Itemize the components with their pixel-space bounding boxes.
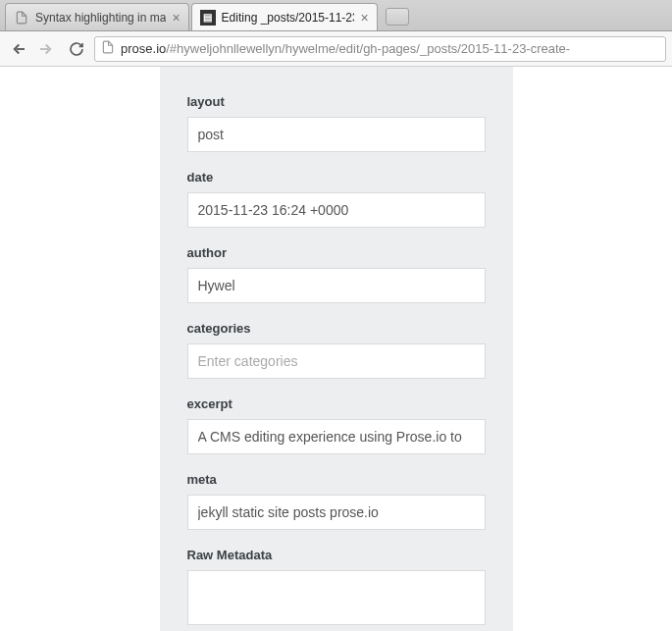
- field-meta: meta: [187, 472, 486, 530]
- label-meta: meta: [187, 472, 486, 487]
- prose-icon: ▤: [200, 10, 216, 26]
- input-date[interactable]: [187, 192, 486, 228]
- field-raw-metadata: Raw Metadata: [187, 548, 486, 629]
- input-categories[interactable]: [187, 343, 486, 379]
- field-layout: layout: [187, 94, 486, 152]
- field-author: author: [187, 245, 486, 303]
- input-author[interactable]: [187, 268, 486, 303]
- field-date: date: [187, 170, 486, 228]
- field-excerpt: excerpt: [187, 396, 486, 454]
- metadata-panel: layout date author categories excerpt me: [160, 67, 513, 631]
- close-icon[interactable]: ×: [172, 10, 180, 26]
- field-categories: categories: [187, 321, 486, 379]
- page-icon: [14, 10, 29, 26]
- label-raw-metadata: Raw Metadata: [187, 548, 486, 562]
- input-excerpt[interactable]: [187, 419, 486, 454]
- browser-tab-2[interactable]: ▤ Editing _posts/2015-11-23 ×: [191, 3, 378, 30]
- browser-tab-1[interactable]: Syntax highlighting in ma ×: [5, 3, 189, 30]
- forward-button[interactable]: [35, 37, 59, 61]
- browser-tab-bar: Syntax highlighting in ma × ▤ Editing _p…: [0, 0, 672, 31]
- tab-title: Syntax highlighting in ma: [35, 11, 166, 25]
- page-icon: [101, 40, 115, 57]
- label-author: author: [187, 245, 486, 260]
- label-categories: categories: [187, 321, 486, 336]
- reload-button[interactable]: [65, 37, 88, 61]
- browser-toolbar: prose.io/#hyweljohnllewellyn/hywelme/edi…: [0, 31, 672, 67]
- input-layout[interactable]: [187, 117, 486, 152]
- label-layout: layout: [187, 94, 486, 109]
- tab-title: Editing _posts/2015-11-23: [222, 11, 355, 25]
- input-raw-metadata[interactable]: [187, 570, 486, 625]
- url-path: /#hyweljohnllewellyn/hywelme/edit/gh-pag…: [166, 41, 570, 56]
- back-button[interactable]: [6, 37, 29, 61]
- page-content: layout date author categories excerpt me: [0, 67, 672, 631]
- label-date: date: [187, 170, 486, 184]
- new-tab-button[interactable]: [386, 8, 409, 26]
- label-excerpt: excerpt: [187, 396, 486, 411]
- url-host: prose.io: [121, 41, 166, 56]
- input-meta[interactable]: [187, 495, 486, 530]
- address-bar[interactable]: prose.io/#hyweljohnllewellyn/hywelme/edi…: [94, 36, 666, 62]
- close-icon[interactable]: ×: [360, 10, 368, 26]
